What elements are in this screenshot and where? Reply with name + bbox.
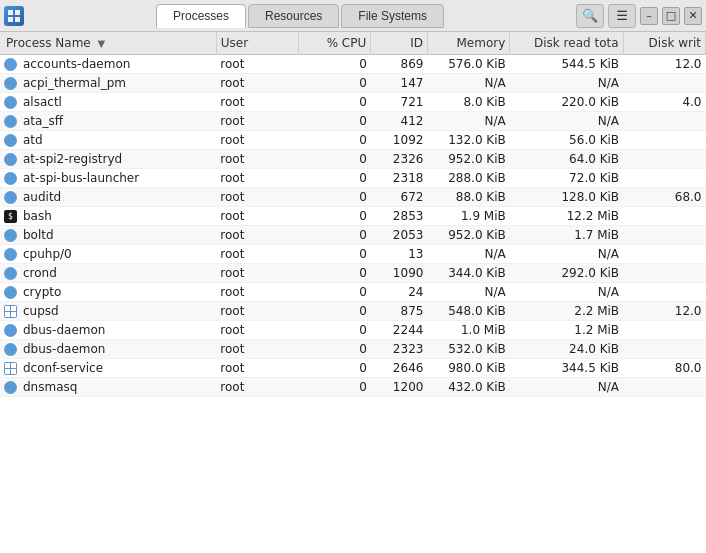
cell-memory: 1.9 MiB (427, 207, 509, 226)
table-row[interactable]: cupsd root 0 875 548.0 KiB 2.2 MiB 12.0 (0, 302, 706, 321)
table-row[interactable]: dconf-service root 0 2646 980.0 KiB 344.… (0, 359, 706, 378)
minimize-button[interactable]: – (640, 7, 658, 25)
cell-id: 24 (371, 283, 428, 302)
table-row[interactable]: at-spi-bus-launcher root 0 2318 288.0 Ki… (0, 169, 706, 188)
table-row[interactable]: accounts-daemon root 0 869 576.0 KiB 544… (0, 55, 706, 74)
table-row[interactable]: cpuhp/0 root 0 13 N/A N/A (0, 245, 706, 264)
cell-memory: N/A (427, 112, 509, 131)
window-actions: 🔍 ☰ – □ ✕ (576, 4, 702, 28)
cell-user: root (216, 93, 298, 112)
col-header-user[interactable]: User (216, 32, 298, 55)
svg-rect-3 (15, 17, 20, 22)
cell-user: root (216, 112, 298, 131)
cell-user: root (216, 283, 298, 302)
cell-user: root (216, 55, 298, 74)
table-row[interactable]: at-spi2-registryd root 0 2326 952.0 KiB … (0, 150, 706, 169)
col-header-memory[interactable]: Memory (427, 32, 509, 55)
table-row[interactable]: $ bash root 0 2853 1.9 MiB 12.2 MiB (0, 207, 706, 226)
svg-rect-2 (8, 17, 13, 22)
cell-diskread: N/A (510, 112, 623, 131)
tab-bar: Processes Resources File Systems (28, 4, 572, 28)
cell-diskwrite: 12.0 (623, 55, 705, 74)
cell-diskread: 1.2 MiB (510, 321, 623, 340)
table-row[interactable]: auditd root 0 672 88.0 KiB 128.0 KiB 68.… (0, 188, 706, 207)
cell-id: 672 (371, 188, 428, 207)
cell-diskwrite (623, 169, 705, 188)
cell-user: root (216, 131, 298, 150)
cell-id: 721 (371, 93, 428, 112)
search-button[interactable]: 🔍 (576, 4, 604, 28)
cell-id: 1090 (371, 264, 428, 283)
tab-processes[interactable]: Processes (156, 4, 246, 28)
cell-diskread: 64.0 KiB (510, 150, 623, 169)
cell-diskwrite: 4.0 (623, 93, 705, 112)
cell-user: root (216, 188, 298, 207)
col-header-id[interactable]: ID (371, 32, 428, 55)
cell-process: crypto (0, 283, 216, 302)
cell-diskread: 24.0 KiB (510, 340, 623, 359)
cell-memory: 532.0 KiB (427, 340, 509, 359)
cell-cpu: 0 (299, 55, 371, 74)
cell-diskwrite (623, 207, 705, 226)
cell-diskwrite (623, 321, 705, 340)
cell-process: cpuhp/0 (0, 245, 216, 264)
table-row[interactable]: crypto root 0 24 N/A N/A (0, 283, 706, 302)
cell-process: at-spi2-registryd (0, 150, 216, 169)
cell-diskread: N/A (510, 245, 623, 264)
maximize-button[interactable]: □ (662, 7, 680, 25)
cell-diskwrite (623, 378, 705, 397)
table-row[interactable]: dbus-daemon root 0 2244 1.0 MiB 1.2 MiB (0, 321, 706, 340)
cell-id: 2323 (371, 340, 428, 359)
table-row[interactable]: atd root 0 1092 132.0 KiB 56.0 KiB (0, 131, 706, 150)
process-table-container: Process Name ▼ User % CPU ID Memory Disk… (0, 32, 706, 553)
table-row[interactable]: dnsmasq root 0 1200 432.0 KiB N/A (0, 378, 706, 397)
cell-diskwrite (623, 264, 705, 283)
cell-cpu: 0 (299, 264, 371, 283)
cell-diskwrite (623, 340, 705, 359)
cell-memory: 1.0 MiB (427, 321, 509, 340)
cell-cpu: 0 (299, 93, 371, 112)
cell-diskread: 2.2 MiB (510, 302, 623, 321)
cell-diskwrite (623, 112, 705, 131)
table-row[interactable]: alsactl root 0 721 8.0 KiB 220.0 KiB 4.0 (0, 93, 706, 112)
cell-cpu: 0 (299, 321, 371, 340)
tab-resources[interactable]: Resources (248, 4, 339, 28)
table-row[interactable]: dbus-daemon root 0 2323 532.0 KiB 24.0 K… (0, 340, 706, 359)
cell-diskwrite (623, 131, 705, 150)
table-row[interactable]: ata_sff root 0 412 N/A N/A (0, 112, 706, 131)
cell-id: 147 (371, 74, 428, 93)
cell-process: ata_sff (0, 112, 216, 131)
cell-process: dbus-daemon (0, 340, 216, 359)
cell-memory: 576.0 KiB (427, 55, 509, 74)
cell-diskread: N/A (510, 378, 623, 397)
tab-file-systems[interactable]: File Systems (341, 4, 444, 28)
cell-process: dconf-service (0, 359, 216, 378)
cell-user: root (216, 207, 298, 226)
cell-user: root (216, 169, 298, 188)
col-header-diskwrite[interactable]: Disk writ (623, 32, 705, 55)
cell-process: acpi_thermal_pm (0, 74, 216, 93)
close-button[interactable]: ✕ (684, 7, 702, 25)
table-row[interactable]: boltd root 0 2053 952.0 KiB 1.7 MiB (0, 226, 706, 245)
col-header-process[interactable]: Process Name ▼ (0, 32, 216, 55)
cell-id: 2853 (371, 207, 428, 226)
cell-memory: 432.0 KiB (427, 378, 509, 397)
menu-button[interactable]: ☰ (608, 4, 636, 28)
cell-cpu: 0 (299, 340, 371, 359)
cell-memory: N/A (427, 74, 509, 93)
cell-memory: N/A (427, 283, 509, 302)
cell-diskread: 544.5 KiB (510, 55, 623, 74)
cell-memory: 288.0 KiB (427, 169, 509, 188)
col-header-cpu[interactable]: % CPU (299, 32, 371, 55)
cell-memory: 952.0 KiB (427, 226, 509, 245)
cell-memory: N/A (427, 245, 509, 264)
app-icon (4, 6, 24, 26)
cell-process: dbus-daemon (0, 321, 216, 340)
cell-memory: 8.0 KiB (427, 93, 509, 112)
cell-cpu: 0 (299, 169, 371, 188)
cell-cpu: 0 (299, 188, 371, 207)
table-row[interactable]: acpi_thermal_pm root 0 147 N/A N/A (0, 74, 706, 93)
table-row[interactable]: crond root 0 1090 344.0 KiB 292.0 KiB (0, 264, 706, 283)
col-header-diskread[interactable]: Disk read tota (510, 32, 623, 55)
cell-process: dnsmasq (0, 378, 216, 397)
